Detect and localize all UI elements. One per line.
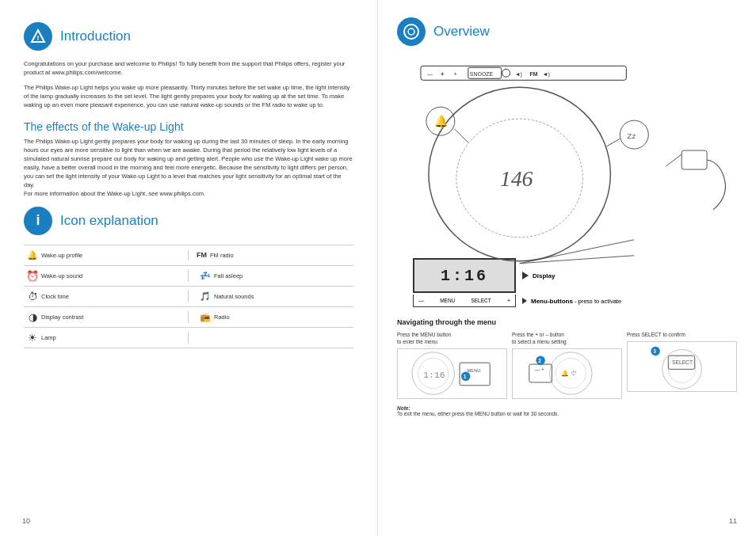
svg-text:☀: ☀: [440, 71, 445, 77]
step1-line1: Press the MENU button: [397, 332, 451, 337]
page-number-left: 10: [22, 517, 30, 525]
svg-line-25: [520, 240, 635, 264]
page-number-right: 11: [729, 517, 737, 525]
intro-body1: Congratulations on your purchase and wel…: [24, 60, 353, 78]
step3-image: SELECT 3: [627, 341, 737, 392]
svg-text:1: 1: [464, 374, 467, 379]
svg-text:◄): ◄): [515, 71, 522, 78]
svg-line-19: [455, 129, 468, 143]
svg-text:SNOOZE: SNOOZE: [470, 71, 494, 77]
nav-step-2: Press the + or – button to select a menu…: [512, 331, 622, 399]
table-row: ☀ Lamp: [24, 328, 353, 348]
svg-text:146: 146: [500, 166, 533, 191]
note-text: To exit the menu, either press the MENU …: [397, 411, 559, 416]
step1-image: 1:16 MENU 1 1: [397, 348, 507, 399]
overview-icon: [397, 17, 426, 46]
svg-text:— +: — +: [534, 367, 544, 372]
intro-header: ! Introduction: [24, 22, 353, 51]
nav-steps: Press the MENU button to enter the menu …: [397, 331, 737, 399]
overview-header: Overview: [397, 17, 737, 46]
nav-step-3: Press SELECT to confirm SELECT 3: [627, 331, 737, 399]
step2-line1: Press the + or – button: [512, 332, 564, 337]
step2-line2: to select a menu setting: [512, 339, 567, 344]
menu-arrow: [522, 298, 527, 304]
step1-line2: to enter the menu: [397, 339, 437, 344]
fall-asleep-icon: 💤: [197, 271, 214, 281]
menu-buttons-row: — MENU SELECT +: [413, 295, 516, 307]
svg-line-22: [606, 139, 620, 146]
table-row: ⏱ Clock time 🎵 Natural sounds: [24, 287, 353, 307]
icon-table: 🔔 Wake-up profile FM FM radio ⏰ Wake-up …: [24, 245, 353, 348]
natural-sounds-icon: 🎵: [197, 291, 214, 302]
svg-point-2: [404, 25, 418, 39]
effects-body: The Philips Wake-up Light gently prepare…: [24, 138, 353, 198]
display-contrast-icon: ◑: [24, 311, 41, 323]
svg-text:1:16: 1:16: [423, 370, 445, 380]
overview-diagram: — ☀ + SNOOZE ◄) FM ◄) 146 🔔: [397, 55, 737, 277]
svg-text:🔔 ⏱: 🔔 ⏱: [561, 370, 577, 378]
overview-title: Overview: [433, 24, 490, 40]
step3-line1: Press SELECT to confirm: [627, 332, 685, 337]
table-row: ◑ Display contrast 📻 Radio: [24, 307, 353, 328]
menu-buttons-sub: - press to activate: [575, 298, 621, 305]
clock-time-icon: ⏱: [24, 291, 41, 302]
nav-note: Note: To exit the menu, either press the…: [397, 405, 737, 416]
warning-icon: !: [24, 22, 52, 51]
nav-step-1: Press the MENU button to enter the menu …: [397, 331, 507, 399]
svg-point-10: [502, 69, 510, 77]
effects-title: The effects of the Wake-up Light: [24, 120, 353, 133]
wakeup-profile-icon: 🔔: [24, 250, 41, 260]
right-page: Overview — ☀ + SNOOZE ◄) FM ◄): [378, 0, 756, 536]
icon-explanation-header: i Icon explanation: [24, 207, 353, 235]
wakeup-sound-icon: ⏰: [24, 270, 41, 282]
svg-text:SELECT: SELECT: [672, 359, 693, 365]
intro-title: Introduction: [60, 29, 131, 44]
svg-line-24: [666, 154, 682, 166]
svg-text:+: +: [454, 71, 457, 77]
page: ! Introduction Congratulations on your p…: [0, 0, 756, 536]
svg-text:3: 3: [653, 348, 656, 354]
menu-buttons-label: Menu-buttons: [531, 298, 573, 305]
radio-icon: 📻: [197, 312, 214, 322]
svg-rect-4: [421, 66, 626, 80]
svg-point-3: [408, 29, 414, 35]
table-row: 🔔 Wake-up profile FM FM radio: [24, 245, 353, 266]
lamp-icon: ☀: [24, 332, 41, 344]
svg-text:—: —: [427, 71, 433, 77]
note-label: Note:: [397, 405, 410, 411]
svg-text:FM: FM: [530, 71, 538, 77]
svg-text:2: 2: [538, 358, 541, 363]
svg-text:◄): ◄): [543, 71, 550, 78]
step2-image: 🔔 ⏱ — + 2: [512, 348, 622, 399]
svg-text:MENU: MENU: [468, 368, 481, 373]
svg-rect-23: [682, 150, 707, 169]
svg-text:Zz: Zz: [627, 131, 636, 140]
icon-explanation-title: Icon explanation: [60, 213, 158, 229]
svg-text:!: !: [37, 34, 40, 42]
navigating-title: Navigating through the menu: [397, 318, 737, 326]
svg-text:🔔: 🔔: [434, 115, 449, 128]
navigating-section: Navigating through the menu Press the ME…: [397, 318, 737, 416]
table-row: ⏰ Wake-up sound 💤 Fall asleep: [24, 266, 353, 287]
intro-body2: The Philips Wake-up Light helps you wake…: [24, 84, 353, 110]
left-page: ! Introduction Congratulations on your p…: [0, 0, 378, 536]
info-icon: i: [24, 207, 52, 235]
